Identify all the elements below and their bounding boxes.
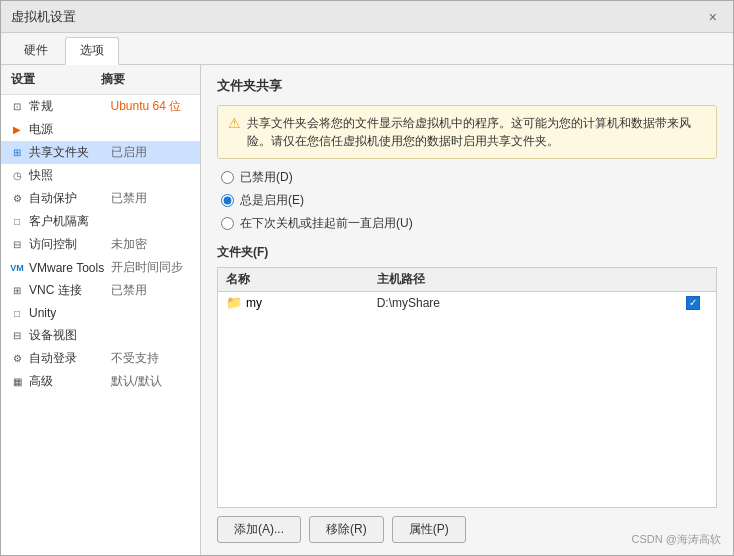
sidebar-item-power[interactable]: ▶电源 (1, 118, 200, 141)
vnc-icon: ⊞ (9, 283, 25, 299)
sidebar-item-vmwaretools[interactable]: VMVMware Tools开启时间同步 (1, 256, 200, 279)
power-icon: ▶ (9, 122, 25, 138)
general-summary: Ubuntu 64 位 (111, 98, 193, 115)
vmwaretools-name: VMware Tools (29, 261, 111, 275)
folder-row-enabled: ✓ (678, 296, 708, 310)
folder-col-path: 主机路径 (377, 271, 678, 288)
radio-disabled[interactable]: 已禁用(D) (221, 169, 717, 186)
vnc-summary: 已禁用 (111, 282, 193, 299)
access-name: 访问控制 (29, 236, 111, 253)
advanced-summary: 默认/默认 (111, 373, 193, 390)
folder-table-header: 名称 主机路径 (218, 268, 716, 292)
vmwaretools-summary: 开启时间同步 (111, 259, 193, 276)
deviceview-icon: ⊟ (9, 328, 25, 344)
add-button[interactable]: 添加(A)... (217, 516, 301, 543)
vmwaretools-icon: VM (9, 260, 25, 276)
sidebar-item-vnc[interactable]: ⊞VNC 连接已禁用 (1, 279, 200, 302)
sidebar-item-deviceview[interactable]: ⊟设备视图 (1, 324, 200, 347)
right-panel: 文件夹共享 ⚠ 共享文件夹会将您的文件显示给虚拟机中的程序。这可能为您的计算机和… (201, 65, 733, 555)
sidebar-item-isolation[interactable]: □客户机隔离 (1, 210, 200, 233)
main-content: 设置 摘要 ⊡常规Ubuntu 64 位▶电源⊞共享文件夹已启用◷快照⚙自动保护… (1, 65, 733, 555)
radio-until-shutdown-label: 在下次关机或挂起前一直启用(U) (240, 215, 413, 232)
vnc-name: VNC 连接 (29, 282, 111, 299)
folder-row-name: 📁 my (226, 295, 377, 310)
deviceview-name: 设备视图 (29, 327, 111, 344)
window-title: 虚拟机设置 (11, 8, 76, 26)
autosave-name: 自动保护 (29, 190, 111, 207)
remove-button[interactable]: 移除(R) (309, 516, 384, 543)
folder-row[interactable]: 📁 my D:\myShare ✓ (218, 292, 716, 313)
sidebar-item-shared_folder[interactable]: ⊞共享文件夹已启用 (1, 141, 200, 164)
advanced-icon: ▦ (9, 374, 25, 390)
isolation-name: 客户机隔离 (29, 213, 111, 230)
autologin-summary: 不受支持 (111, 350, 193, 367)
folder-enabled-checkbox[interactable]: ✓ (686, 296, 700, 310)
unity-icon: □ (9, 305, 25, 321)
radio-always-on[interactable]: 总是启用(E) (221, 192, 717, 209)
snapshot-name: 快照 (29, 167, 111, 184)
section-title: 文件夹共享 (217, 77, 717, 97)
close-button[interactable]: × (703, 7, 723, 27)
power-name: 电源 (29, 121, 111, 138)
autologin-icon: ⚙ (9, 351, 25, 367)
access-summary: 未加密 (111, 236, 193, 253)
warning-box: ⚠ 共享文件夹会将您的文件显示给虚拟机中的程序。这可能为您的计算机和数据带来风险… (217, 105, 717, 159)
col-header-summary: 摘要 (101, 71, 191, 88)
title-bar: 虚拟机设置 × (1, 1, 733, 33)
left-panel: 设置 摘要 ⊡常规Ubuntu 64 位▶电源⊞共享文件夹已启用◷快照⚙自动保护… (1, 65, 201, 555)
radio-always-on-label: 总是启用(E) (240, 192, 304, 209)
radio-until-shutdown[interactable]: 在下次关机或挂起前一直启用(U) (221, 215, 717, 232)
tabs-bar: 硬件 选项 (1, 33, 733, 65)
main-window: 虚拟机设置 × 硬件 选项 设置 摘要 ⊡常规Ubuntu 64 位▶电源⊞共享… (0, 0, 734, 556)
folder-section-title: 文件夹(F) (217, 244, 717, 261)
folder-name-text: my (246, 296, 262, 310)
sidebar-item-autosave[interactable]: ⚙自动保护已禁用 (1, 187, 200, 210)
col-header-name: 设置 (11, 71, 101, 88)
radio-always-on-input[interactable] (221, 194, 234, 207)
folder-icon: 📁 (226, 295, 242, 310)
isolation-icon: □ (9, 214, 25, 230)
shared_folder-icon: ⊞ (9, 145, 25, 161)
general-icon: ⊡ (9, 99, 25, 115)
access-icon: ⊟ (9, 237, 25, 253)
radio-disabled-input[interactable] (221, 171, 234, 184)
radio-until-shutdown-input[interactable] (221, 217, 234, 230)
autosave-icon: ⚙ (9, 191, 25, 207)
general-name: 常规 (29, 98, 111, 115)
warning-text: 共享文件夹会将您的文件显示给虚拟机中的程序。这可能为您的计算机和数据带来风险。请… (247, 114, 706, 150)
settings-list: ⊡常规Ubuntu 64 位▶电源⊞共享文件夹已启用◷快照⚙自动保护已禁用□客户… (1, 95, 200, 393)
sidebar-item-snapshot[interactable]: ◷快照 (1, 164, 200, 187)
folder-table: 名称 主机路径 📁 my D:\myShare ✓ (217, 267, 717, 508)
sidebar-item-unity[interactable]: □Unity (1, 302, 200, 324)
radio-disabled-label: 已禁用(D) (240, 169, 293, 186)
tab-hardware[interactable]: 硬件 (9, 37, 63, 64)
properties-button[interactable]: 属性(P) (392, 516, 466, 543)
shared_folder-name: 共享文件夹 (29, 144, 111, 161)
shared_folder-summary: 已启用 (111, 144, 193, 161)
sidebar-item-access[interactable]: ⊟访问控制未加密 (1, 233, 200, 256)
watermark: CSDN @海涛高软 (632, 532, 721, 547)
left-header: 设置 摘要 (1, 65, 200, 95)
radio-group: 已禁用(D) 总是启用(E) 在下次关机或挂起前一直启用(U) (217, 169, 717, 232)
folder-col-enabled (678, 271, 708, 288)
tab-options[interactable]: 选项 (65, 37, 119, 65)
snapshot-icon: ◷ (9, 168, 25, 184)
sidebar-item-autologin[interactable]: ⚙自动登录不受支持 (1, 347, 200, 370)
folder-col-name: 名称 (226, 271, 377, 288)
sidebar-item-advanced[interactable]: ▦高级默认/默认 (1, 370, 200, 393)
unity-name: Unity (29, 306, 111, 320)
autologin-name: 自动登录 (29, 350, 111, 367)
folder-row-path: D:\myShare (377, 296, 678, 310)
warning-icon: ⚠ (228, 115, 241, 131)
advanced-name: 高级 (29, 373, 111, 390)
sidebar-item-general[interactable]: ⊡常规Ubuntu 64 位 (1, 95, 200, 118)
autosave-summary: 已禁用 (111, 190, 193, 207)
